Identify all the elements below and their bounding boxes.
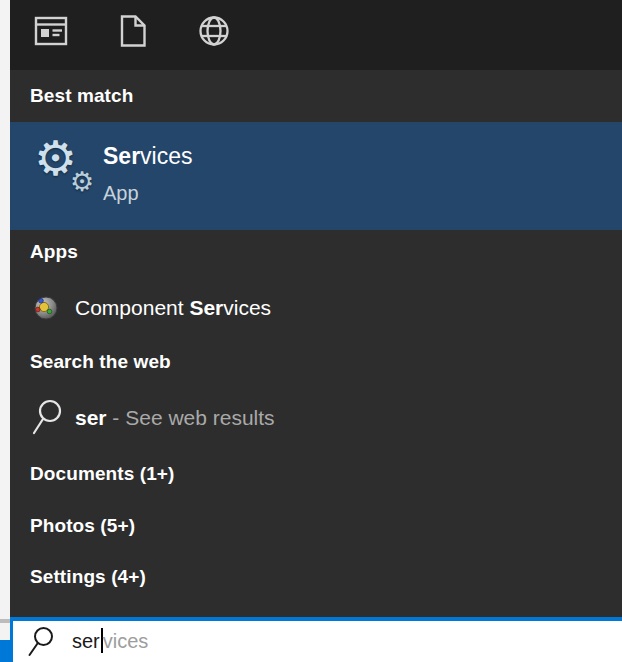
result-subtitle: App bbox=[103, 180, 139, 206]
autosuggest-text: vices bbox=[103, 630, 149, 652]
result-services-app[interactable]: ⚙ ⚙ Services App bbox=[10, 122, 622, 230]
result-title: ser - See web results bbox=[75, 405, 275, 431]
result-component-services[interactable]: Component Services bbox=[10, 280, 622, 336]
documents-group-header[interactable]: Documents (1+) bbox=[30, 462, 174, 486]
search-icon bbox=[27, 626, 55, 658]
taskbar-accent-sliver bbox=[0, 640, 10, 662]
apps-filter-icon[interactable] bbox=[34, 14, 68, 48]
best-match-header: Best match bbox=[30, 84, 133, 108]
search-the-web-header: Search the web bbox=[30, 350, 171, 374]
settings-group-header[interactable]: Settings (4+) bbox=[30, 565, 146, 589]
result-web-search[interactable]: ser - See web results bbox=[10, 390, 622, 446]
documents-filter-icon[interactable] bbox=[116, 14, 150, 48]
result-title: Services bbox=[103, 142, 193, 170]
component-services-icon bbox=[34, 296, 58, 320]
search-flyout: Best match ⚙ ⚙ Services App Apps bbox=[0, 0, 622, 662]
web-filter-icon[interactable] bbox=[197, 14, 231, 48]
photos-group-header[interactable]: Photos (5+) bbox=[30, 514, 135, 538]
result-title: Component Services bbox=[75, 295, 271, 321]
desktop-background-sliver bbox=[0, 0, 10, 662]
search-results-panel: Best match ⚙ ⚙ Services App Apps bbox=[10, 0, 622, 662]
search-query-text: services bbox=[72, 627, 148, 655]
search-icon bbox=[32, 399, 64, 437]
apps-header: Apps bbox=[30, 240, 78, 264]
background-divider bbox=[0, 619, 10, 623]
filter-tabs-bar bbox=[10, 0, 622, 70]
search-input[interactable]: services bbox=[10, 617, 622, 662]
services-gears-icon: ⚙ ⚙ bbox=[34, 132, 98, 220]
